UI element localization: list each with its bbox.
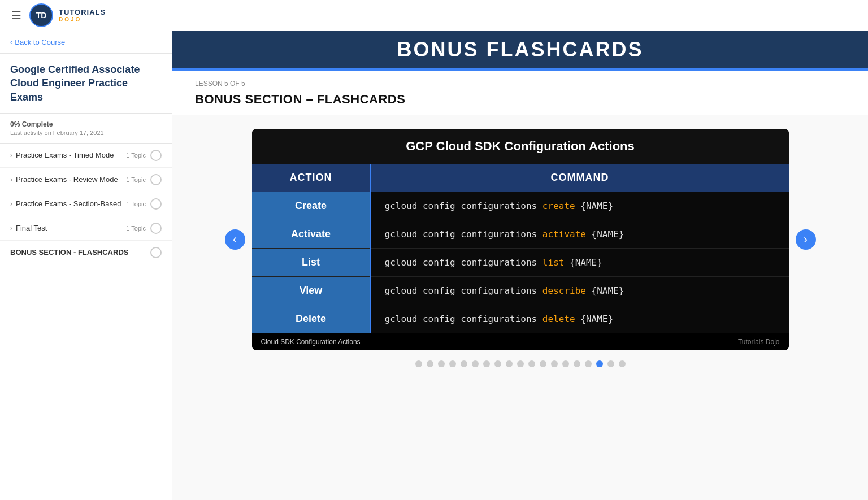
next-slide-button[interactable]: › <box>796 229 816 250</box>
slide-dot[interactable] <box>506 360 513 367</box>
logo-line2: DOJO <box>59 16 106 23</box>
slide-dot[interactable] <box>472 360 479 367</box>
slide-dot[interactable] <box>607 360 614 367</box>
main-content: BONUS FLASHCARDS LESSON 5 OF 5 BONUS SEC… <box>172 31 868 500</box>
command-cell: gcloud config configurations create {NAM… <box>371 192 789 220</box>
action-cell: Activate <box>252 220 371 249</box>
col-action-header: ACTION <box>252 164 371 192</box>
sidebar: ‹ Back to Course Google Certified Associ… <box>0 31 172 500</box>
slide-dot[interactable] <box>540 360 546 367</box>
hamburger-icon[interactable]: ☰ <box>11 8 21 22</box>
progress-percent: 0% Complete <box>10 120 162 128</box>
course-title: Google Certified Associate Cloud Enginee… <box>0 54 172 114</box>
col-command-header: COMMAND <box>371 164 789 192</box>
slide-dot[interactable] <box>461 360 467 367</box>
progress-date: Last activity on February 17, 2021 <box>10 129 162 136</box>
table-row: Deletegcloud config configurations delet… <box>252 305 789 333</box>
prev-slide-button[interactable]: ‹ <box>225 229 245 250</box>
command-cell: gcloud config configurations activate {N… <box>371 220 789 249</box>
table-row: Creategcloud config configurations creat… <box>252 192 789 220</box>
chevron-right-icon: › <box>10 224 12 232</box>
slide-dot[interactable] <box>528 360 535 367</box>
slide-dots <box>415 360 626 367</box>
slide-dot[interactable] <box>574 360 580 367</box>
sidebar-item-label: Practice Exams - Review Mode <box>16 175 118 184</box>
slide-dot[interactable] <box>415 360 422 367</box>
slide-dot[interactable] <box>494 360 501 367</box>
logo-line1: TUTORIALS <box>59 8 106 16</box>
slide-dot[interactable] <box>517 360 524 367</box>
completion-circle <box>150 174 162 185</box>
sidebar-item-label: Practice Exams - Timed Mode <box>16 151 114 159</box>
topic-count: 1 Topic <box>126 225 146 232</box>
chevron-right-icon: › <box>10 176 12 184</box>
command-cell: gcloud config configurations delete {NAM… <box>371 305 789 333</box>
completion-circle <box>150 223 162 234</box>
action-cell: View <box>252 277 371 305</box>
command-cell: gcloud config configurations list {NAME} <box>371 249 789 277</box>
slide-dot[interactable] <box>483 360 490 367</box>
logo: TD TUTORIALS DOJO <box>29 3 106 27</box>
flashcard-area: ‹ › GCP Cloud SDK Configuration Actions … <box>172 115 868 381</box>
chevron-right-icon: › <box>10 151 12 159</box>
flashcard-footer-right: Tutorials Dojo <box>738 338 780 346</box>
action-cell: Delete <box>252 305 371 333</box>
flashcard-title: GCP Cloud SDK Configuration Actions <box>252 129 789 164</box>
back-to-course-button[interactable]: ‹ Back to Course <box>0 31 172 54</box>
sidebar-item-final-test[interactable]: › Final Test 1 Topic <box>0 216 172 241</box>
table-row: Activategcloud config configurations act… <box>252 220 789 249</box>
sidebar-item-timed-mode[interactable]: › Practice Exams - Timed Mode 1 Topic <box>0 144 172 168</box>
slide-dot[interactable] <box>551 360 558 367</box>
topic-count: 1 Topic <box>126 201 146 207</box>
lesson-header: LESSON 5 OF 5 BONUS SECTION – FLASHCARDS <box>172 71 868 115</box>
sidebar-item-section-based[interactable]: › Practice Exams - Section-Based 1 Topic <box>0 192 172 216</box>
topic-count: 1 Topic <box>126 152 146 159</box>
action-cell: Create <box>252 192 371 220</box>
command-cell: gcloud config configurations describe {N… <box>371 277 789 305</box>
flashcard-table: ACTION COMMAND Creategcloud config confi… <box>252 164 789 333</box>
action-cell: List <box>252 249 371 277</box>
slide-dot[interactable] <box>427 360 433 367</box>
slide-dot[interactable] <box>585 360 592 367</box>
completion-circle <box>150 198 162 210</box>
section-title: BONUS SECTION – FLASHCARDS <box>195 92 845 107</box>
sidebar-item-label: Final Test <box>16 224 47 232</box>
sidebar-item-bonus-flashcards[interactable]: BONUS SECTION - FLASHCARDS <box>0 241 172 264</box>
flashcard: GCP Cloud SDK Configuration Actions ACTI… <box>252 129 789 350</box>
sidebar-item-label: Practice Exams - Section-Based <box>16 199 121 208</box>
flashcard-footer-left: Cloud SDK Configuration Actions <box>261 338 361 346</box>
table-row: Listgcloud config configurations list {N… <box>252 249 789 277</box>
flashcard-footer: Cloud SDK Configuration Actions Tutorial… <box>252 333 789 350</box>
bonus-banner: BONUS FLASHCARDS <box>172 31 868 71</box>
chevron-right-icon: › <box>10 200 12 208</box>
back-to-course-label: Back to Course <box>15 38 65 46</box>
slide-dot[interactable] <box>449 360 456 367</box>
table-row: Viewgcloud config configurations describ… <box>252 277 789 305</box>
slide-dot[interactable] <box>619 360 626 367</box>
lesson-label: LESSON 5 OF 5 <box>195 80 845 88</box>
completion-circle <box>150 150 162 161</box>
flashcard-wrapper: ‹ › GCP Cloud SDK Configuration Actions … <box>252 129 789 350</box>
progress-section: 0% Complete Last activity on February 17… <box>0 114 172 144</box>
slide-dot[interactable] <box>596 360 603 367</box>
sidebar-item-label: BONUS SECTION - FLASHCARDS <box>10 248 128 256</box>
completion-circle <box>150 247 162 258</box>
logo-initials: TD <box>36 11 47 19</box>
chevron-left-icon: ‹ <box>10 38 12 46</box>
bonus-banner-text: BONUS FLASHCARDS <box>397 38 643 62</box>
sidebar-item-review-mode[interactable]: › Practice Exams - Review Mode 1 Topic <box>0 168 172 192</box>
slide-dot[interactable] <box>438 360 445 367</box>
slide-dot[interactable] <box>562 360 569 367</box>
topic-count: 1 Topic <box>126 176 146 183</box>
